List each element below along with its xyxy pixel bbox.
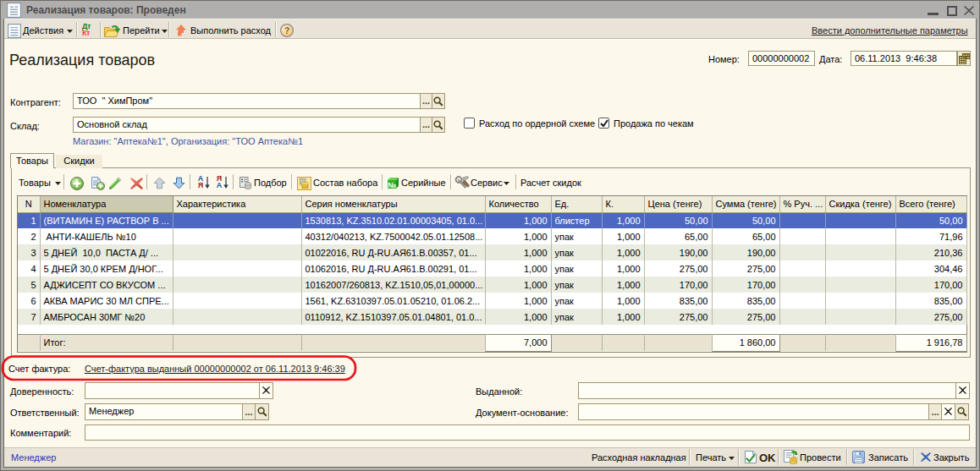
svg-text:№: №	[388, 181, 396, 189]
svg-text:?: ?	[284, 26, 289, 36]
